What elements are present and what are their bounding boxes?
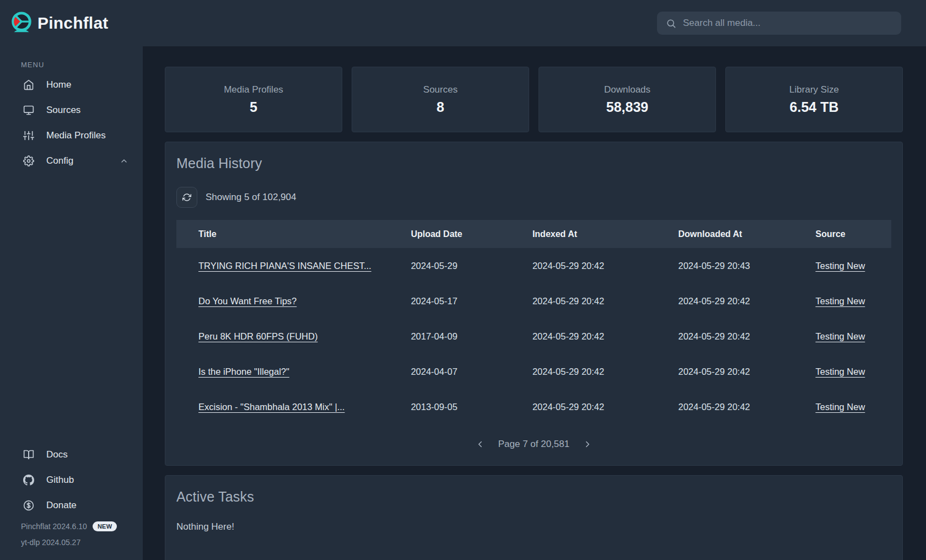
sidebar-item-docs[interactable]: Docs [0,442,143,467]
stat-card-downloads: Downloads 58,839 [539,67,716,132]
sliders-icon [23,130,34,141]
app-root: Pinchflat MENU Home Sources Media Profil… [0,0,926,560]
stat-card-sources: Sources 8 [352,67,529,132]
chevron-left-icon [475,439,485,449]
sidebar: MENU Home Sources Media Profiles Config [0,46,143,560]
table-header-row: Title Upload Date Indexed At Downloaded … [176,220,891,248]
stats-grid: Media Profiles 5 Sources 8 Downloads 58,… [165,67,903,132]
stat-value: 5 [250,99,257,115]
app-version-line: Pinchflat 2024.6.10 NEW [0,518,143,535]
sidebar-item-label: Media Profiles [46,130,106,141]
sidebar-item-label: Docs [46,449,68,460]
upload-date-cell: 2024-05-29 [411,248,532,283]
indexed-at-cell: 2024-05-29 20:42 [532,389,679,424]
menu-section-label: MENU [0,61,143,72]
active-tasks-panel: Active Tasks Nothing Here! [165,475,903,560]
indexed-at-cell: 2024-05-29 20:42 [532,319,679,354]
sidebar-item-label: Home [46,79,71,90]
stat-value: 58,839 [606,99,648,115]
sidebar-item-sources[interactable]: Sources [0,98,143,123]
table-row: Peru 8K HDR 60FPS (FUHD) 2017-04-09 2024… [176,319,891,354]
chevron-right-icon [583,439,593,449]
sidebar-item-config[interactable]: Config [0,148,143,174]
sidebar-item-label: Donate [46,500,77,511]
main-content: Media Profiles 5 Sources 8 Downloads 58,… [143,46,926,560]
pinchflat-reel-icon [9,10,34,36]
next-page-button[interactable] [580,437,595,451]
sidebar-item-github[interactable]: Github [0,467,143,493]
home-icon [23,79,34,90]
source-link[interactable]: Testing New [815,402,865,412]
previous-page-button[interactable] [473,437,487,451]
upload-date-cell: 2013-09-05 [411,389,532,424]
upload-date-cell: 2024-04-07 [411,354,532,389]
downloaded-at-cell: 2024-05-29 20:42 [678,283,815,319]
column-header-indexed-at: Indexed At [532,220,679,248]
upload-date-cell: 2017-04-09 [411,319,532,354]
chevron-up-icon [120,157,128,165]
downloaded-at-cell: 2024-05-29 20:42 [678,354,815,389]
refresh-button[interactable] [176,187,197,208]
stat-label: Downloads [604,84,650,95]
source-link[interactable]: Testing New [815,261,865,271]
media-history-table: Title Upload Date Indexed At Downloaded … [176,220,891,424]
stat-card-library-size: Library Size 6.54 TB [725,67,903,132]
upload-date-cell: 2024-05-17 [411,283,532,319]
media-history-title: Media History [176,155,891,171]
downloaded-at-cell: 2024-05-29 20:42 [678,319,815,354]
media-title-link[interactable]: Do You Want Free Tips? [198,296,297,306]
column-header-upload-date: Upload Date [411,220,532,248]
media-title-link[interactable]: Peru 8K HDR 60FPS (FUHD) [198,331,317,341]
column-header-source: Source [815,220,891,248]
stat-label: Library Size [789,84,839,95]
book-icon [23,449,34,460]
github-icon [23,475,34,486]
indexed-at-cell: 2024-05-29 20:42 [532,354,679,389]
media-title-link[interactable]: Is the iPhone "Illegal?" [198,367,289,376]
downloaded-at-cell: 2024-05-29 20:43 [678,248,815,283]
top-bar: Pinchflat [0,0,926,46]
column-header-title: Title [176,220,411,248]
source-link[interactable]: Testing New [815,367,865,376]
table-row: Excision - "Shambhala 2013 Mix" |... 201… [176,389,891,424]
media-history-panel: Media History Showing 5 of 102,904 Title… [165,142,903,466]
stat-card-media-profiles: Media Profiles 5 [165,67,342,132]
table-row: TRYING RICH PIANA'S INSANE CHEST... 2024… [176,248,891,283]
sidebar-item-donate[interactable]: Donate [0,493,143,518]
sidebar-item-media-profiles[interactable]: Media Profiles [0,123,143,148]
new-version-badge[interactable]: NEW [93,521,117,531]
table-row: Do You Want Free Tips? 2024-05-17 2024-0… [176,283,891,319]
sidebar-item-label: Sources [46,105,80,116]
stat-value: 8 [437,99,444,115]
source-link[interactable]: Testing New [815,296,865,306]
stat-value: 6.54 TB [790,99,839,115]
sidebar-item-home[interactable]: Home [0,72,143,98]
source-link[interactable]: Testing New [815,331,865,341]
indexed-at-cell: 2024-05-29 20:42 [532,283,679,319]
table-row: Is the iPhone "Illegal?" 2024-04-07 2024… [176,354,891,389]
active-tasks-empty-message: Nothing Here! [176,521,891,532]
dollar-circle-icon [23,500,34,511]
pagination: Page 7 of 20,581 [176,433,891,455]
brand-logo[interactable]: Pinchflat [9,10,108,36]
search-input[interactable] [683,18,892,29]
column-header-downloaded-at: Downloaded At [678,220,815,248]
gear-icon [23,155,34,166]
app-version: Pinchflat 2024.6.10 [21,522,87,531]
monitor-icon [23,105,34,116]
stat-label: Media Profiles [224,84,283,95]
ytdlp-version: yt-dlp 2024.05.27 [21,538,80,547]
refresh-icon [182,193,191,202]
app-title: Pinchflat [37,14,108,33]
downloaded-at-cell: 2024-05-29 20:42 [678,389,815,424]
indexed-at-cell: 2024-05-29 20:42 [532,248,679,283]
sidebar-item-label: Github [46,475,74,486]
media-title-link[interactable]: Excision - "Shambhala 2013 Mix" |... [198,402,344,412]
search-icon [666,18,676,29]
sidebar-item-label: Config [46,155,73,166]
ytdlp-version-line: yt-dlp 2024.05.27 [0,535,143,550]
stat-label: Sources [423,84,457,95]
media-title-link[interactable]: TRYING RICH PIANA'S INSANE CHEST... [198,261,372,271]
global-search[interactable] [657,12,901,35]
active-tasks-title: Active Tasks [176,489,891,505]
